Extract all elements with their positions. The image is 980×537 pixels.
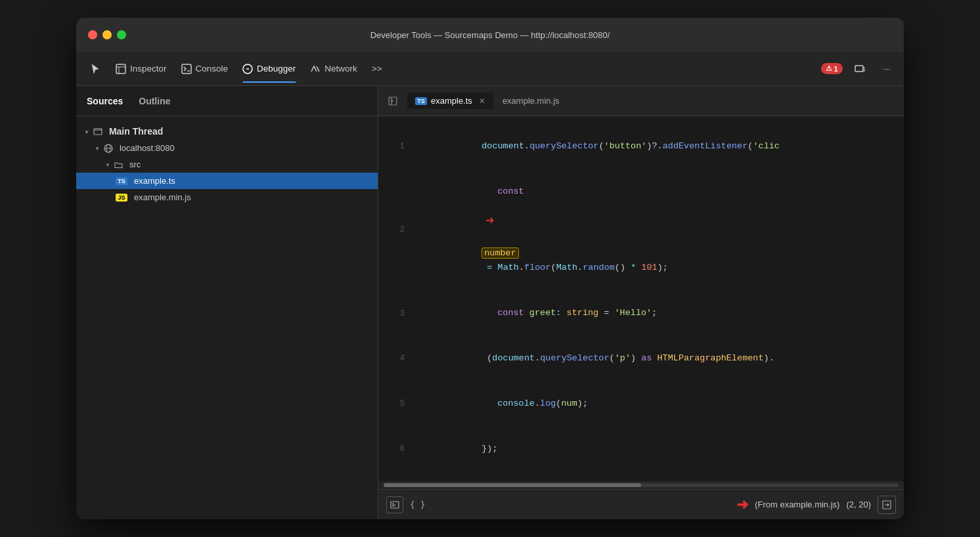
line-content-5: console.log(num); — [418, 381, 893, 427]
code-tabs: TS example.ts ✕ example.min.js — [378, 86, 904, 116]
red-arrow-icon: ➜ — [485, 215, 494, 229]
error-badge[interactable]: ⚠ 1 — [821, 63, 843, 74]
ts-badge: TS — [116, 177, 127, 185]
maximize-button[interactable] — [117, 30, 126, 39]
svg-rect-0 — [116, 64, 125, 74]
line-number-2: 2 — [389, 223, 405, 236]
chevron-down-icon — [95, 144, 100, 152]
line-number-5: 5 — [389, 397, 405, 410]
code-tab2-label: example.min.js — [502, 96, 560, 106]
traffic-lights — [88, 30, 126, 39]
network-icon — [310, 64, 321, 74]
src-label: src — [129, 160, 141, 169]
line-number-4: 4 — [389, 352, 405, 365]
responsive-icon — [855, 64, 865, 74]
chevron-down-icon — [105, 161, 110, 168]
ts-badge: TS — [415, 97, 427, 105]
responsive-mode-button[interactable] — [848, 60, 872, 78]
line-number-6: 6 — [389, 442, 405, 456]
toolbar: Inspector Console Debugger Ne — [76, 52, 904, 86]
inspector-tab-button[interactable]: Inspector — [109, 60, 173, 78]
tab-sources[interactable]: Sources — [87, 93, 123, 109]
more-tabs-label: >> — [372, 64, 382, 74]
inspector-label: Inspector — [130, 64, 167, 74]
close-tab-icon[interactable]: ✕ — [479, 97, 485, 106]
line-content-1: document.querySelector('button')?.addEve… — [418, 124, 893, 169]
scrollbar-track[interactable] — [384, 483, 899, 487]
format-button[interactable]: { } — [410, 500, 425, 509]
network-label: Network — [324, 64, 357, 74]
scrollbar-thumb[interactable] — [384, 483, 641, 487]
titlebar: Developer Tools — Sourcemaps Demo — http… — [76, 18, 904, 52]
minimize-button[interactable] — [102, 30, 112, 39]
debugger-icon — [242, 64, 253, 74]
close-button[interactable] — [88, 30, 97, 39]
sidebar-tabs: Sources Outline — [76, 86, 378, 116]
tab-outline[interactable]: Outline — [139, 93, 170, 109]
globe-icon — [104, 144, 113, 153]
code-panel: TS example.ts ✕ example.min.js 1 documen… — [378, 86, 904, 519]
network-tab-button[interactable]: Network — [303, 60, 364, 78]
tree-item-example-ts[interactable]: TS example.ts — [76, 173, 378, 189]
more-tabs-button[interactable]: >> — [365, 60, 389, 77]
chevron-down-icon — [84, 128, 89, 135]
example-min-js-label: example.min.js — [134, 192, 191, 202]
code-line-6: 6 }); — [378, 427, 904, 472]
console-tab-button[interactable]: Console — [175, 60, 235, 78]
cursor-icon — [89, 63, 101, 75]
line-content-6: }); — [418, 427, 893, 472]
jump-icon — [882, 500, 891, 509]
code-line-2: 2 const ➜ number = Math.floor(Math.rando… — [378, 169, 904, 291]
main-thread-label: Main Thread — [109, 126, 163, 137]
code-editor[interactable]: 1 document.querySelector('button')?.addE… — [378, 116, 904, 481]
localhost-label: localhost:8080 — [120, 143, 175, 153]
line-content-3: const greet: string = 'Hello'; — [418, 291, 893, 336]
jump-to-source-button[interactable] — [878, 496, 896, 514]
console-icon — [181, 64, 192, 74]
pretty-print-button[interactable] — [386, 496, 403, 513]
file-tree: Main Thread localhost:8080 — [76, 116, 378, 519]
debugger-tab-button[interactable]: Debugger — [236, 60, 302, 78]
collapse-sidebar-button[interactable] — [384, 92, 402, 110]
more-options-button[interactable]: ··· — [877, 60, 897, 77]
line-content-2: const ➜ number = Math.floor(Math.random(… — [418, 169, 893, 291]
svg-rect-4 — [863, 68, 865, 71]
console-label: Console — [196, 64, 229, 74]
source-coords-label: (2, 20) — [846, 500, 871, 509]
main-area: Sources Outline Main Thread — [76, 86, 904, 519]
error-icon: ⚠ — [826, 64, 832, 73]
sidebar: Sources Outline Main Thread — [76, 86, 378, 519]
source-arrow-icon: ➜ — [736, 496, 748, 513]
toolbar-right: ⚠ 1 ··· — [821, 60, 897, 78]
tree-item-example-min-js[interactable]: JS example.min.js — [76, 189, 378, 205]
error-count: 1 — [834, 65, 838, 73]
tree-item-main-thread[interactable]: Main Thread — [76, 123, 378, 140]
code-line-4: 4 (document.querySelector('p') as HTMLPa… — [378, 336, 904, 381]
code-tab-example-ts[interactable]: TS example.ts ✕ — [407, 93, 493, 109]
inspector-icon — [116, 64, 126, 74]
window-title: Developer Tools — Sourcemaps Demo — http… — [370, 30, 610, 40]
pretty-print-icon — [390, 500, 399, 509]
line-number-3: 3 — [389, 307, 405, 320]
line-content-4: (document.querySelector('p') as HTMLPara… — [418, 336, 893, 381]
code-line-5: 5 console.log(num); — [378, 381, 904, 427]
js-badge: JS — [116, 194, 127, 202]
folder-icon — [93, 127, 102, 136]
tree-item-src[interactable]: src — [76, 156, 378, 173]
highlight-number: number — [481, 247, 519, 259]
example-ts-label: example.ts — [134, 176, 175, 186]
code-line-1: 1 document.querySelector('button')?.addE… — [378, 124, 904, 169]
horizontal-scrollbar[interactable] — [378, 481, 904, 489]
code-tab1-label: example.ts — [431, 96, 472, 106]
tree-item-localhost[interactable]: localhost:8080 — [76, 140, 378, 156]
svg-rect-5 — [94, 129, 102, 135]
debugger-label: Debugger — [257, 64, 296, 74]
status-bar: { } ➜ (From example.min.js) (2, 20) — [378, 489, 904, 519]
cursor-tool-button[interactable] — [83, 59, 108, 79]
collapse-icon — [388, 97, 397, 106]
line-number-1: 1 — [389, 140, 405, 153]
more-options-label: ··· — [883, 64, 891, 74]
svg-rect-3 — [855, 66, 863, 72]
code-tab-example-min-js[interactable]: example.min.js — [495, 93, 568, 109]
devtools-window: Developer Tools — Sourcemaps Demo — http… — [76, 18, 904, 519]
